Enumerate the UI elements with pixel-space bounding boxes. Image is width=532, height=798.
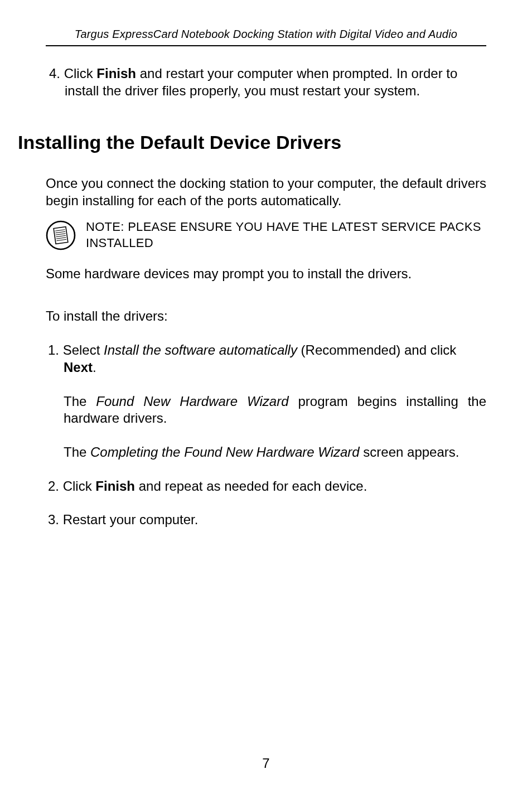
italic: Install the software automatically [104,342,297,357]
intro-paragraph: Once you connect the docking station to … [46,175,486,209]
note-text: NOTE: PLEASE ENSURE YOU HAVE THE LATEST … [86,219,486,250]
text: 2. Click [48,478,95,494]
bold-finish: Finish [96,66,136,81]
italic: Found New Hardware Wizard [96,394,288,409]
step-1: 1. Select Install the software automatic… [46,342,486,376]
step-1-para-2: The Found New Hardware Wizard program be… [46,393,486,427]
running-header: Targus ExpressCard Notebook Docking Stat… [46,28,486,45]
text: 4. Click [49,66,96,81]
bold-next: Next [64,360,93,375]
text: screen appears. [360,444,460,460]
body-text: 4. Click Finish and restart your compute… [46,65,486,529]
page-content: Targus ExpressCard Notebook Docking Stat… [0,0,532,529]
to-install-lead: To install the drivers: [46,308,486,325]
some-hardware-paragraph: Some hardware devices may prompt you to … [46,265,486,283]
step-1-para-3: The Completing the Found New Hardware Wi… [46,444,486,461]
bold-finish: Finish [95,478,135,494]
note-callout: NOTE: PLEASE ENSURE YOU HAVE THE LATEST … [46,219,486,250]
text: The [64,394,96,409]
header-rule [46,45,486,46]
text: and repeat as needed for each device. [135,478,367,494]
text: . [93,360,96,375]
text: The [64,444,90,460]
page-number: 7 [0,756,532,771]
note-icon [46,220,76,250]
text: (Recommended) and click [297,342,456,357]
italic: Completing the Found New Hardware Wizard [90,444,360,460]
text: 1. Select [48,342,104,357]
prior-step-4: 4. Click Finish and restart your compute… [49,65,486,99]
step-2: 2. Click Finish and repeat as needed for… [46,478,486,495]
step-3: 3. Restart your computer. [46,511,486,529]
section-heading: Installing the Default Device Drivers [18,130,486,155]
